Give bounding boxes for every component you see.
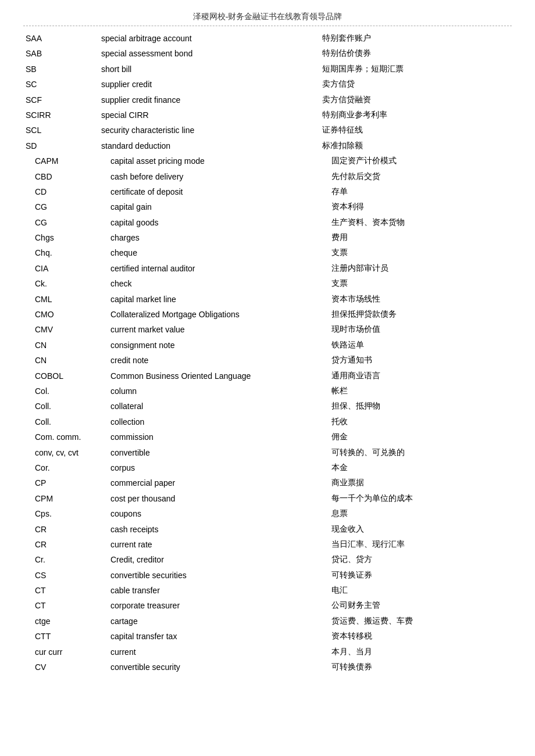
zh-cell: 支票 <box>320 276 512 291</box>
table-row: CGcapital gain资本利得 <box>23 199 512 214</box>
abbr-cell: cur curr <box>23 644 99 660</box>
abbr-cell: CN <box>23 353 99 368</box>
abbr-cell: CG <box>23 215 99 230</box>
header-title: 泽稷网校-财务金融证书在线教育领导品牌 <box>193 12 343 21</box>
abbr-cell: CMO <box>23 307 99 322</box>
table-row: Col.column帐栏 <box>23 384 512 399</box>
zh-cell: 卖方信贷融资 <box>320 92 512 108</box>
en-cell: check <box>99 276 320 291</box>
en-cell: certified internal auditor <box>99 261 320 276</box>
en-cell: supplier credit finance <box>99 92 320 108</box>
table-row: Coll.collection托收 <box>23 414 512 429</box>
en-cell: supplier credit <box>99 77 320 92</box>
abbr-cell: Com. comm. <box>23 429 99 445</box>
table-row: conv, cv, cvtconvertible可转换的、可兑换的 <box>23 445 512 460</box>
table-row: CBDcash before delivery先付款后交货 <box>23 169 512 184</box>
abbr-cell: CS <box>23 568 99 583</box>
en-cell: convertible <box>99 445 320 460</box>
zh-cell: 托收 <box>320 414 512 429</box>
zh-cell: 本月、当月 <box>320 644 512 660</box>
zh-cell: 公司财务主管 <box>320 598 512 613</box>
table-row: CTcorporate treasurer公司财务主管 <box>23 598 512 613</box>
en-cell: cartage <box>99 614 320 629</box>
zh-cell: 特别套作账户 <box>320 31 512 46</box>
en-cell: convertible securities <box>99 568 320 583</box>
zh-cell: 可转换债券 <box>320 660 512 675</box>
table-row: SCsupplier credit卖方信贷 <box>23 77 512 92</box>
en-cell: commission <box>99 429 320 445</box>
abbr-cell: SAA <box>23 31 99 46</box>
table-row: SDstandard deduction标准扣除额 <box>23 138 512 153</box>
table-row: Cor.corpus本金 <box>23 460 512 475</box>
abbr-cell: SD <box>23 138 99 153</box>
abbr-cell: Ck. <box>23 276 99 291</box>
table-row: Ck.check支票 <box>23 276 512 291</box>
en-cell: collection <box>99 414 320 429</box>
en-cell: security characteristic line <box>99 123 320 138</box>
table-row: CMLcapital market line资本市场线性 <box>23 292 512 307</box>
table-row: CPcommercial paper商业票据 <box>23 475 512 490</box>
zh-cell: 费用 <box>320 230 512 245</box>
zh-cell: 现时市场价值 <box>320 322 512 337</box>
abbr-cell: Cor. <box>23 460 99 475</box>
zh-cell: 特别估价债券 <box>320 46 512 61</box>
abbr-cell: Coll. <box>23 399 99 414</box>
abbr-cell: CML <box>23 292 99 307</box>
table-row: CRcurrent rate当日汇率、现行汇率 <box>23 537 512 552</box>
zh-cell: 证券特征线 <box>320 123 512 138</box>
abbr-cell: Cr. <box>23 552 99 567</box>
table-row: CSconvertible securities可转换证券 <box>23 568 512 583</box>
en-cell: current market value <box>99 322 320 337</box>
en-cell: cheque <box>99 245 320 260</box>
en-cell: commercial paper <box>99 475 320 490</box>
zh-cell: 当日汇率、现行汇率 <box>320 537 512 552</box>
abbr-cell: SAB <box>23 46 99 61</box>
abbr-cell: SC <box>23 77 99 92</box>
table-row: Cps.coupons息票 <box>23 506 512 521</box>
en-cell: Common Business Oriented Language <box>99 368 320 384</box>
en-cell: capital asset pricing mode <box>99 153 320 169</box>
en-cell: current <box>99 644 320 660</box>
en-cell: standard deduction <box>99 138 320 153</box>
abbr-cell: Cps. <box>23 506 99 521</box>
abbr-cell: SCIRR <box>23 108 99 123</box>
zh-cell: 商业票据 <box>320 475 512 490</box>
zh-cell: 注册内部审计员 <box>320 261 512 276</box>
zh-cell: 资本市场线性 <box>320 292 512 307</box>
zh-cell: 支票 <box>320 245 512 260</box>
zh-cell: 短期国库券；短期汇票 <box>320 62 512 77</box>
en-cell: capital goods <box>99 215 320 230</box>
table-row: SABspecial assessment bond特别估价债券 <box>23 46 512 61</box>
en-cell: current rate <box>99 537 320 552</box>
abbr-cell: Chq. <box>23 245 99 260</box>
zh-cell: 佣金 <box>320 429 512 445</box>
en-cell: capital transfer tax <box>99 629 320 644</box>
en-cell: corporate treasurer <box>99 598 320 613</box>
abbr-cell: SCL <box>23 123 99 138</box>
table-row: CMOCollateralized Mortgage Obligations担保… <box>23 307 512 322</box>
abbr-cell: CMV <box>23 322 99 337</box>
en-cell: column <box>99 384 320 399</box>
table-row: CRcash receipts现金收入 <box>23 522 512 537</box>
abbr-cell: conv, cv, cvt <box>23 445 99 460</box>
zh-cell: 特别商业参考利率 <box>320 108 512 123</box>
table-row: CTTcapital transfer tax资本转移税 <box>23 629 512 644</box>
zh-cell: 通用商业语言 <box>320 368 512 384</box>
zh-cell: 每一千个为单位的成本 <box>320 491 512 506</box>
abbr-cell: COBOL <box>23 368 99 384</box>
abbr-cell: CPM <box>23 491 99 506</box>
zh-cell: 现金收入 <box>320 522 512 537</box>
zh-cell: 电汇 <box>320 583 512 598</box>
table-row: CPMcost per thousand每一千个为单位的成本 <box>23 491 512 506</box>
table-row: COBOLCommon Business Oriented Language通用… <box>23 368 512 384</box>
zh-cell: 息票 <box>320 506 512 521</box>
table-row: SCLsecurity characteristic line证券特征线 <box>23 123 512 138</box>
zh-cell: 本金 <box>320 460 512 475</box>
en-cell: corpus <box>99 460 320 475</box>
abbr-cell: CR <box>23 522 99 537</box>
abbr-cell: SB <box>23 62 99 77</box>
table-row: CAPMcapital asset pricing mode固定资产计价模式 <box>23 153 512 169</box>
table-row: SBshort bill短期国库券；短期汇票 <box>23 62 512 77</box>
table-row: CTcable transfer电汇 <box>23 583 512 598</box>
en-cell: special assessment bond <box>99 46 320 61</box>
